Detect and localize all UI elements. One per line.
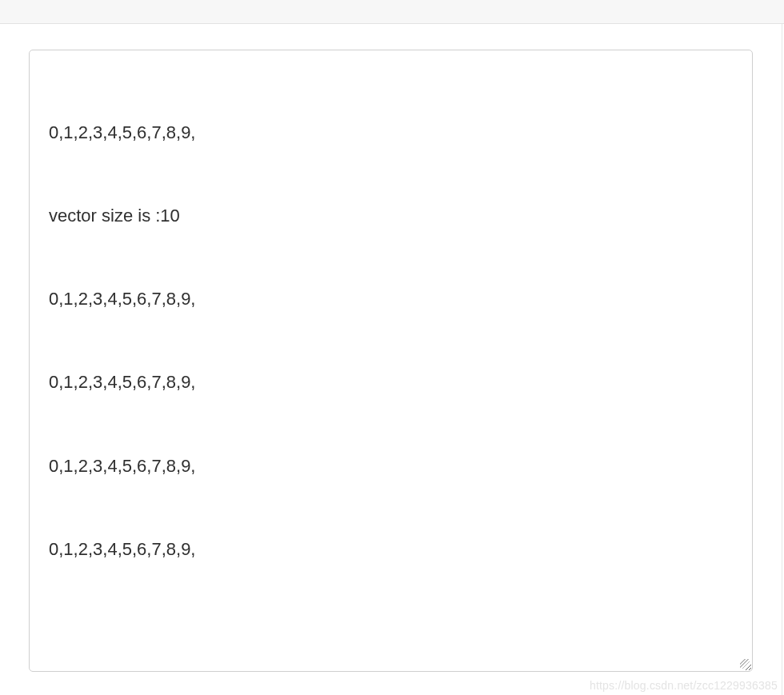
output-line: 0,1,2,3,4,5,6,7,8,9, — [49, 119, 733, 147]
output-textarea[interactable]: 0,1,2,3,4,5,6,7,8,9, vector size is :10 … — [29, 50, 753, 672]
top-bar — [0, 0, 784, 24]
output-line: 0,1,2,3,4,5,6,7,8,9, — [49, 286, 733, 314]
output-line: vector size is :10 — [49, 202, 733, 230]
content-panel: 0,1,2,3,4,5,6,7,8,9, vector size is :10 … — [0, 24, 782, 695]
output-line: 0,1,2,3,4,5,6,7,8,9, — [49, 536, 733, 564]
output-line: 0,1,2,3,4,5,6,7,8,9, — [49, 369, 733, 397]
watermark-text: https://blog.csdn.net/zcc1229936385 — [590, 679, 778, 692]
output-line: 0,1,2,3,4,5,6,7,8,9, — [49, 453, 733, 481]
